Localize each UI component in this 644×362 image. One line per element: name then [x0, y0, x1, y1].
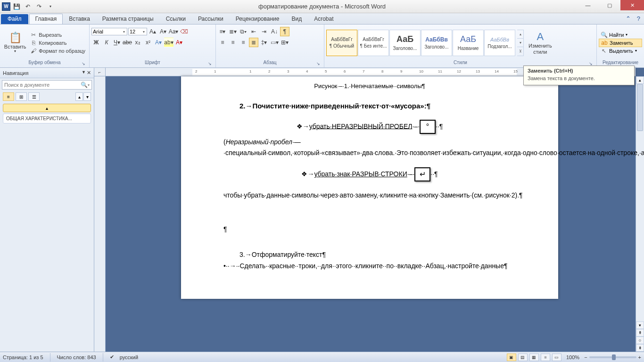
shrink-font-icon[interactable]: A▾ [158, 27, 168, 36]
chevron-down-icon[interactable]: ▼ [82, 70, 86, 76]
nav-search-input[interactable]: 🔍 ▾ [2, 80, 92, 90]
maximize-button[interactable]: ▢ [599, 0, 620, 10]
shading-icon[interactable]: ▭▾ [270, 38, 279, 47]
zoom-thumb[interactable] [612, 354, 616, 360]
superscript-icon[interactable]: x² [143, 38, 153, 47]
tab-acrobat[interactable]: Acrobat [308, 14, 339, 24]
scroll-thumb[interactable] [637, 84, 643, 131]
status-word-count[interactable]: Число слов: 843 [57, 354, 96, 360]
ruler-toggle-icon[interactable]: ⌐ [94, 68, 106, 76]
chevron-down-icon[interactable]: ▾ [122, 30, 126, 34]
numbering-icon[interactable]: ≣▾ [228, 27, 238, 36]
select-button[interactable]: ↖Выделить▾ [599, 47, 642, 55]
italic-icon[interactable]: К [102, 38, 111, 47]
zoom-slider[interactable] [589, 356, 636, 358]
borders-icon[interactable]: ⊞▾ [280, 38, 289, 47]
find-button[interactable]: 🔍Найти▾ [599, 31, 642, 39]
multilevel-icon[interactable]: ⧉▾ [239, 27, 248, 36]
zoom-in-icon[interactable]: + [638, 354, 641, 360]
nav-tab-results[interactable]: ☰ [28, 92, 40, 101]
status-page[interactable]: Страница: 1 из 5 [3, 354, 43, 360]
style-heading1[interactable]: АаБЗаголово... [389, 30, 421, 56]
nav-collapse-toggle[interactable]: ▴ [3, 104, 91, 112]
view-full-screen-icon[interactable]: ▤ [518, 354, 528, 361]
qat-customize-icon[interactable]: ▾ [45, 2, 56, 11]
decrease-indent-icon[interactable]: ⇤ [249, 27, 258, 36]
gallery-more-icon[interactable]: ⊻ [517, 47, 523, 55]
tab-references[interactable]: Ссылки [160, 14, 192, 24]
align-left-icon[interactable]: ≡ [218, 38, 227, 47]
copy-button[interactable]: ⎘Копировать [28, 39, 87, 47]
font-color-icon[interactable]: A▾ [174, 38, 184, 47]
browse-object-icon[interactable]: ○ [636, 337, 644, 344]
view-web-icon[interactable]: ▦ [529, 354, 539, 361]
style-no-spacing[interactable]: АаБбВвГг¶ Без инте... [358, 30, 389, 56]
clear-formatting-icon[interactable]: ⌫ [179, 27, 189, 36]
tab-home[interactable]: Главная [29, 14, 63, 24]
highlight-icon[interactable]: ab▾ [164, 38, 173, 47]
format-painter-button[interactable]: 🖌Формат по образцу [28, 47, 87, 55]
chevron-down-icon[interactable]: ▾ [88, 83, 90, 87]
document-page[interactable]: Рисунок·–·1.·Непечатаемые··символы¶ 2.→П… [181, 76, 558, 299]
view-print-layout-icon[interactable]: ▣ [507, 354, 516, 361]
change-styles-button[interactable]: A Изменить стили [526, 30, 555, 55]
ribbon-minimize-icon[interactable]: ⌃ [626, 15, 631, 22]
view-outline-icon[interactable]: ≡ [541, 354, 550, 361]
subscript-icon[interactable]: x₂ [133, 38, 142, 47]
close-button[interactable]: ✕ [620, 0, 644, 10]
nav-prev-icon[interactable]: ▴ [75, 92, 83, 101]
scroll-up-icon[interactable]: ▴ [636, 76, 644, 84]
justify-icon[interactable]: ≣ [249, 38, 258, 47]
clipboard-launcher-icon[interactable]: ↘ [81, 61, 86, 67]
font-launcher-icon[interactable]: ↘ [207, 61, 213, 67]
paragraph-launcher-icon[interactable]: ↘ [315, 61, 321, 67]
style-normal[interactable]: АаБбВвГг¶ Обычный [326, 30, 357, 56]
increase-indent-icon[interactable]: ⇥ [259, 27, 269, 36]
font-size-combo[interactable]: ▾ [128, 28, 147, 35]
minimize-button[interactable]: — [577, 0, 599, 10]
nav-tab-headings[interactable]: ≡ [3, 92, 14, 101]
zoom-out-icon[interactable]: − [584, 354, 587, 360]
styles-gallery[interactable]: АаБбВвГг¶ Обычный АаБбВвГг¶ Без инте... … [326, 30, 515, 56]
gallery-down-icon[interactable]: ▾ [517, 39, 523, 47]
scroll-track[interactable] [636, 84, 644, 321]
style-title[interactable]: АаБНазвание [453, 30, 484, 56]
line-spacing-icon[interactable]: ‡▾ [259, 38, 269, 47]
style-heading2[interactable]: АаБбВвЗаголово... [421, 30, 452, 56]
align-center-icon[interactable]: ≡ [228, 38, 238, 47]
paste-button[interactable]: 📋 Вставить ▾ [2, 25, 28, 60]
tab-mailings[interactable]: Рассылки [192, 14, 230, 24]
vertical-ruler[interactable] [94, 76, 106, 352]
nav-heading-item[interactable]: ОБЩАЯ ХАРАКТЕРИСТИКА... [3, 114, 91, 123]
search-icon[interactable]: 🔍 [81, 82, 88, 88]
redo-icon[interactable]: ↷ [34, 2, 44, 11]
font-name-combo[interactable]: ▾ [91, 28, 127, 35]
bold-icon[interactable]: Ж [91, 38, 101, 47]
prev-page-icon[interactable]: ⇞ [636, 329, 644, 337]
grow-font-icon[interactable]: A▴ [148, 27, 157, 36]
close-pane-icon[interactable]: ✕ [87, 70, 91, 76]
zoom-level[interactable]: 100% [566, 354, 579, 360]
gallery-up-icon[interactable]: ▴ [517, 30, 523, 39]
scroll-down-icon[interactable]: ▾ [636, 321, 644, 329]
undo-icon[interactable]: ↶ [23, 2, 33, 11]
next-page-icon[interactable]: ⇟ [636, 344, 644, 352]
text-effects-icon[interactable]: A▾ [154, 38, 163, 47]
style-subtitle[interactable]: АаБбВвПодзагол... [484, 30, 515, 56]
tab-insert[interactable]: Вставка [63, 14, 96, 24]
save-icon[interactable]: 💾 [11, 2, 22, 11]
file-tab[interactable]: Файл [1, 14, 28, 24]
sort-icon[interactable]: A↓ [270, 27, 279, 36]
underline-icon[interactable]: Ч▾ [112, 38, 122, 47]
align-right-icon[interactable]: ≡ [239, 38, 248, 47]
cut-button[interactable]: ✂Вырезать [28, 31, 87, 39]
tab-page-layout[interactable]: Разметка страницы [96, 14, 160, 24]
word-app-icon[interactable]: W [2, 2, 10, 11]
tab-view[interactable]: Вид [285, 14, 308, 24]
chevron-down-icon[interactable]: ▾ [142, 30, 146, 34]
nav-tab-pages[interactable]: ⊞ [16, 92, 27, 101]
bullets-icon[interactable]: ≡▾ [218, 27, 227, 36]
change-case-icon[interactable]: Aa▾ [169, 27, 178, 36]
strikethrough-icon[interactable]: abe [123, 38, 132, 47]
help-icon[interactable]: ? [637, 15, 640, 22]
